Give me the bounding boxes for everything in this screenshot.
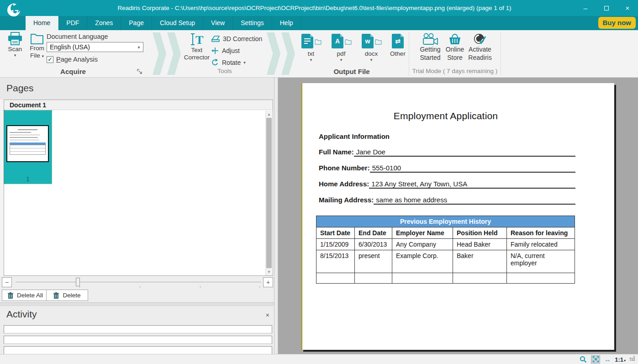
close-icon: × — [626, 4, 630, 12]
docx-dropdown-icon: ▾ — [370, 58, 373, 62]
buy-now-button[interactable]: Buy now — [598, 17, 636, 29]
svg-text:T: T — [195, 33, 203, 47]
adjust-button[interactable]: Adjust — [211, 46, 240, 56]
from-file-label-1: From — [30, 45, 44, 52]
docx-glyph: w — [365, 38, 370, 44]
3d-correction-button[interactable]: 3D Correction — [211, 34, 262, 44]
magnifier-icon[interactable] — [580, 356, 587, 363]
online-store-button[interactable]: Online Store — [444, 33, 466, 62]
page-actions-bar: Delete All Delete — [0, 290, 274, 302]
pages-title: Pages — [6, 83, 34, 94]
tab-zones[interactable]: Zones — [87, 16, 121, 30]
tab-settings[interactable]: Settings — [233, 16, 272, 30]
pages-scrollbar[interactable]: ▲ ▼ — [265, 111, 272, 275]
trash-icon — [53, 292, 59, 299]
txt-file-icon — [301, 34, 313, 48]
folder-small-icon — [315, 39, 322, 45]
output-pdf-button[interactable]: A pdf ▾ — [328, 32, 354, 62]
fit-to-window-button[interactable] — [591, 355, 600, 364]
tab-pdf[interactable]: PDF — [58, 16, 87, 30]
docx-label: docx — [365, 50, 378, 58]
pdf-glyph: A — [335, 38, 340, 44]
activate-label-2: Readiris — [468, 54, 491, 62]
folder-small-icon — [345, 39, 352, 45]
rotate-button[interactable]: Rotate ▾ — [211, 58, 246, 68]
zoom-level-value: 1:1 — [615, 356, 623, 363]
document-group-header[interactable]: Document 1 — [4, 100, 273, 110]
output-docx-button[interactable]: w docx ▾ — [358, 32, 385, 62]
zoom-out-button[interactable]: − — [2, 277, 12, 287]
tab-page[interactable]: Page — [121, 16, 152, 30]
document-view[interactable]: Employment Application Applicant Informa… — [278, 78, 638, 354]
tools-group-label: Tools — [184, 68, 266, 74]
activate-readiris-button[interactable]: Activate Readiris — [466, 33, 494, 62]
doc-field-home-address: Home Address: 123 Any Street, Any Town, … — [319, 180, 575, 188]
maximize-icon — [604, 6, 609, 11]
tab-cloud-setup[interactable]: Cloud Setup — [152, 16, 203, 30]
other-file-icon: ⇄ — [392, 34, 404, 48]
zoom-slider-track[interactable] — [16, 282, 261, 282]
page-analysis-checkbox[interactable]: ✓ — [47, 56, 53, 63]
scroll-up-icon[interactable]: ▲ — [266, 111, 272, 118]
fit-screen-icon — [593, 356, 599, 362]
activity-title: Activity — [6, 309, 37, 320]
video-camera-icon — [422, 33, 438, 46]
delete-label: Delete — [63, 292, 80, 299]
scan-dropdown-icon: ▾ — [14, 53, 16, 58]
text-corrector-label-2: Corrector — [184, 54, 210, 61]
zoom-in-button[interactable]: + — [263, 277, 273, 287]
from-file-button[interactable]: From File ▾ — [26, 33, 47, 59]
language-block: Document Language English (USA) ▾ ✓ Page… — [47, 33, 143, 63]
combo-dropdown-icon: ▾ — [135, 45, 143, 50]
chevron-decoration — [153, 32, 166, 75]
close-button[interactable]: × — [617, 0, 638, 16]
output-txt-button[interactable]: txt ▾ — [298, 32, 324, 62]
from-file-label-2: File ▾ — [30, 52, 44, 59]
getting-started-button[interactable]: Getting Started — [416, 33, 445, 62]
doc-title: Employment Application — [316, 111, 575, 121]
tab-help[interactable]: Help — [272, 16, 301, 30]
panel-splitter-vertical[interactable] — [274, 78, 278, 354]
document-page[interactable]: Employment Application Applicant Informa… — [301, 83, 614, 350]
plus-icon: + — [266, 279, 270, 286]
pdf-file-icon: A — [332, 34, 343, 48]
page-thumbnail[interactable]: 1 — [4, 111, 52, 184]
3d-correction-icon — [211, 35, 220, 43]
minimize-button[interactable]: – — [575, 0, 596, 16]
from-file-dropdown-icon: ▾ — [42, 54, 44, 58]
acquire-dialog-launcher[interactable] — [137, 69, 143, 74]
output-other-button[interactable]: ⇄ Other — [387, 32, 408, 58]
document-language-select[interactable]: English (USA) ▾ — [47, 42, 143, 52]
readiris-activate-icon — [473, 33, 487, 46]
resize-grip[interactable] — [630, 357, 635, 362]
chevron-decoration — [167, 32, 181, 75]
pdf-dropdown-icon: ▾ — [340, 58, 343, 62]
application-window: Readiris Corporate - C:\Users\hp\source\… — [0, 0, 638, 364]
page-analysis-label: Page Analysis — [56, 56, 98, 63]
activity-close-icon[interactable]: × — [266, 311, 269, 319]
delete-all-button[interactable]: Delete All — [2, 290, 49, 301]
title-bar: Readiris Corporate - C:\Users\hp\source\… — [0, 0, 638, 16]
delete-button[interactable]: Delete — [46, 290, 88, 301]
zoom-level-control[interactable]: 1:1▾ — [615, 355, 626, 364]
employment-history-table: Previous Employment History Start Date E… — [316, 216, 575, 284]
activity-progress-bar — [4, 325, 272, 333]
zoom-slider-handle[interactable] — [76, 278, 80, 286]
panel-splitter-horizontal[interactable] — [0, 302, 274, 306]
activity-progress-bar — [4, 346, 272, 354]
acquire-group-label: Acquire — [0, 68, 146, 75]
tab-view[interactable]: View — [203, 16, 233, 30]
doc-section-heading: Applicant Information — [319, 132, 575, 140]
scroll-down-icon[interactable]: ▼ — [266, 268, 272, 275]
tab-home[interactable]: Home — [26, 16, 58, 30]
fit-width-icon[interactable]: ↔ — [604, 356, 611, 363]
scrollbar-thumb[interactable] — [266, 118, 272, 268]
getting-started-label-2: Started — [420, 54, 440, 62]
table-header-row: Start Date End Date Employer Name Positi… — [316, 227, 575, 239]
text-corrector-button[interactable]: T Text Corrector — [184, 32, 210, 61]
maximize-button[interactable] — [596, 0, 617, 16]
thumbnail-zoom-bar: − + — [0, 276, 274, 290]
document-language-value: English (USA) — [50, 43, 90, 51]
scan-button[interactable]: Scan ▾ — [4, 32, 26, 58]
table-title: Previous Employment History — [316, 216, 575, 227]
